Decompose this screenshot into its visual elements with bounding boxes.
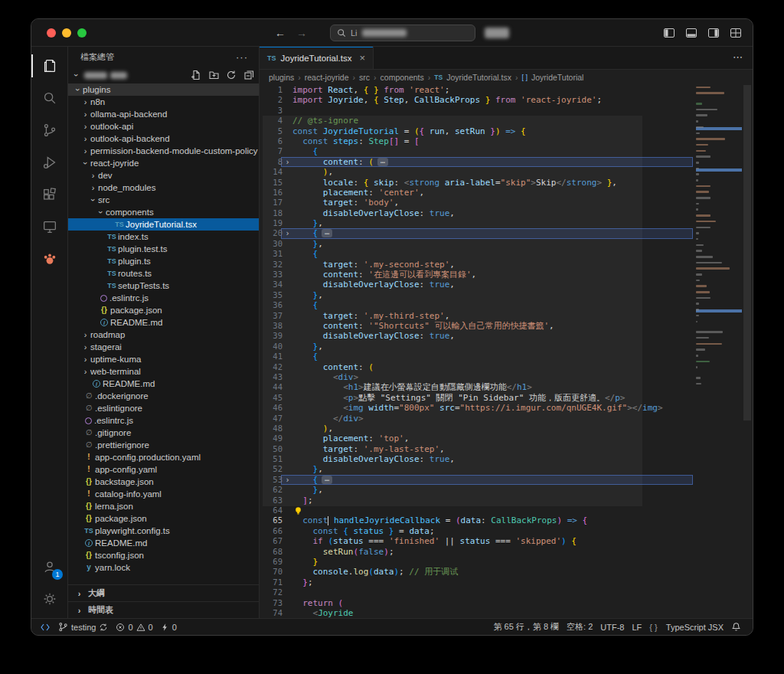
code-line[interactable]: 43 <div> <box>260 372 753 382</box>
line-number[interactable]: 1 <box>260 85 283 95</box>
line-number[interactable]: 3 <box>260 106 283 116</box>
tree-item[interactable]: ∅.prettierignore <box>68 439 259 451</box>
line-number[interactable]: 52 <box>260 464 283 474</box>
code-line[interactable]: 50 target: '.my-last-step', <box>260 444 753 454</box>
code-line[interactable]: 49 placement: 'top', <box>260 434 753 443</box>
line-number[interactable]: 63 <box>260 496 283 506</box>
tree-item[interactable]: TSsetupTests.ts <box>68 280 259 292</box>
line-number[interactable]: 72 <box>260 587 283 597</box>
tree-item[interactable]: ∅.dockerignore <box>68 390 259 402</box>
line-number[interactable]: 16 <box>260 188 283 198</box>
line-number[interactable]: 36 <box>260 300 283 310</box>
code-line[interactable]: 34 disableOverlayClose: true, <box>260 280 753 290</box>
line-number[interactable]: 64 <box>260 506 283 515</box>
ports-status[interactable]: 0 <box>157 619 181 636</box>
chevron-down-icon[interactable]: › <box>81 159 90 168</box>
chevron-right-icon[interactable]: › <box>80 342 90 352</box>
chevron-right-icon[interactable]: › <box>80 134 90 143</box>
line-number[interactable]: 48 <box>260 424 283 434</box>
code-line[interactable]: 1import React, { } from 'react'; <box>260 85 753 95</box>
paw-extension-icon[interactable] <box>31 243 67 275</box>
code-line[interactable]: 41 { <box>260 352 753 362</box>
settings-gear-icon[interactable] <box>31 583 67 615</box>
code-line[interactable]: 18 disableOverlayClose: true, <box>260 208 753 218</box>
line-number[interactable]: 30 <box>260 239 283 249</box>
code-line[interactable]: 3 <box>260 106 753 116</box>
chevron-down-icon[interactable]: › <box>96 208 106 218</box>
chevron-right-icon[interactable]: › <box>80 330 90 339</box>
code-line[interactable]: 37 target: '.my-third-step', <box>260 311 753 321</box>
code-line[interactable]: 33 content: '在這邊可以看到專案目錄', <box>260 270 753 280</box>
line-number[interactable]: 46 <box>260 403 283 413</box>
tree-item[interactable]: TSroutes.ts <box>68 267 259 280</box>
line-number[interactable]: 49 <box>260 434 283 443</box>
chevron-right-icon[interactable]: › <box>80 110 90 119</box>
timeline-section-header[interactable]: › 時間表 <box>68 601 259 618</box>
chevron-down-icon[interactable]: › <box>89 195 98 205</box>
breadcrumb-item[interactable]: components <box>381 73 424 82</box>
code-line[interactable]: 68 setRun(false); <box>260 547 753 557</box>
breadcrumb-item[interactable]: src <box>359 73 370 82</box>
code-line[interactable]: 62 }, <box>260 485 753 495</box>
chevron-right-icon[interactable]: › <box>88 171 98 180</box>
tree-item[interactable]: {}package.json <box>68 512 259 525</box>
tree-item[interactable]: ›web-terminal <box>68 365 259 378</box>
encoding-status[interactable]: UTF-8 <box>596 619 628 636</box>
code-line[interactable]: 4// @ts-ignore <box>260 116 753 126</box>
new-file-icon[interactable] <box>191 70 201 80</box>
line-number[interactable]: 4 <box>260 116 283 126</box>
search-icon[interactable] <box>31 82 67 114</box>
tree-item[interactable]: ›uptime-kuma <box>68 353 259 365</box>
indentation-status[interactable]: 空格: 2 <box>563 619 596 636</box>
code-line[interactable]: 20› {⋯ <box>260 228 753 238</box>
line-number[interactable]: 20 <box>260 228 283 238</box>
close-tab-icon[interactable]: × <box>359 52 365 64</box>
tree-item[interactable]: iREADME.md <box>68 537 259 549</box>
remote-explorer-icon[interactable] <box>31 211 67 243</box>
line-number[interactable]: 68 <box>260 547 283 557</box>
line-number[interactable]: 31 <box>260 249 283 259</box>
code-line[interactable]: 5const JoyrideTutorial = ({ run, setRun … <box>260 126 753 136</box>
extensions-icon[interactable] <box>31 178 67 211</box>
line-number[interactable]: 38 <box>260 321 283 331</box>
tree-item[interactable]: TSJoyrideTutorial.tsx <box>68 218 259 231</box>
tree-item[interactable]: ›stagerai <box>68 341 259 353</box>
toggle-primary-sidebar-icon[interactable] <box>663 27 675 39</box>
code-line[interactable]: 65 const handleJoyrideCallback = (data: … <box>260 515 753 525</box>
code-line[interactable]: 67 if (status === 'finished' || status =… <box>260 536 753 546</box>
code-line[interactable]: 40 }, <box>260 342 753 352</box>
tree-item[interactable]: .eslintrc.js <box>68 414 259 427</box>
code-line[interactable]: 14 ), <box>260 167 753 177</box>
chevron-down-icon[interactable]: › <box>74 85 83 95</box>
code-line[interactable]: 38 content: '"Shortcuts" 可以輸入自己常用的快捷書籤', <box>260 321 753 331</box>
toggle-secondary-sidebar-icon[interactable] <box>707 27 720 39</box>
line-number[interactable]: 17 <box>260 198 283 208</box>
chevron-right-icon[interactable]: › <box>80 97 90 106</box>
line-number[interactable]: 39 <box>260 331 283 341</box>
tree-item[interactable]: TSplaywright.config.ts <box>68 525 259 537</box>
breadcrumb-item[interactable]: JoyrideTutorial.tsx <box>446 73 511 82</box>
code-line[interactable]: 30 }, <box>260 239 753 249</box>
language-mode[interactable]: { } TypeScript JSX <box>645 619 727 636</box>
code-line[interactable]: 71 }; <box>260 577 753 587</box>
tree-item[interactable]: ›react-joyride <box>68 157 259 169</box>
code-line[interactable]: 2import Joyride, { Step, CallBackProps }… <box>260 95 753 105</box>
line-number[interactable]: 47 <box>260 414 283 424</box>
code-line[interactable]: 70 console.log(data); // 用于调试 <box>260 567 753 577</box>
line-number[interactable]: 14 <box>260 167 283 177</box>
chevron-right-icon[interactable]: › <box>80 122 90 131</box>
line-number[interactable]: 19 <box>260 218 283 228</box>
line-number[interactable]: 67 <box>260 536 283 546</box>
line-number[interactable]: 53 <box>260 475 283 485</box>
code-line[interactable]: 72 <box>260 587 753 597</box>
line-number[interactable]: 51 <box>260 454 283 464</box>
code-line[interactable]: 51 disableOverlayClose: true, <box>260 454 753 464</box>
tab-joyridetutorial[interactable]: TS JoyrideTutorial.tsx × <box>260 47 374 69</box>
tree-item[interactable]: ›outlook-api-backend <box>68 133 259 145</box>
chevron-right-icon[interactable]: › <box>88 183 98 192</box>
line-number[interactable]: 50 <box>260 444 283 454</box>
line-number[interactable]: 6 <box>260 136 283 146</box>
code-line[interactable]: 48 ), <box>260 424 753 434</box>
run-debug-icon[interactable] <box>31 146 67 178</box>
tree-item[interactable]: {}package.json <box>68 304 259 316</box>
